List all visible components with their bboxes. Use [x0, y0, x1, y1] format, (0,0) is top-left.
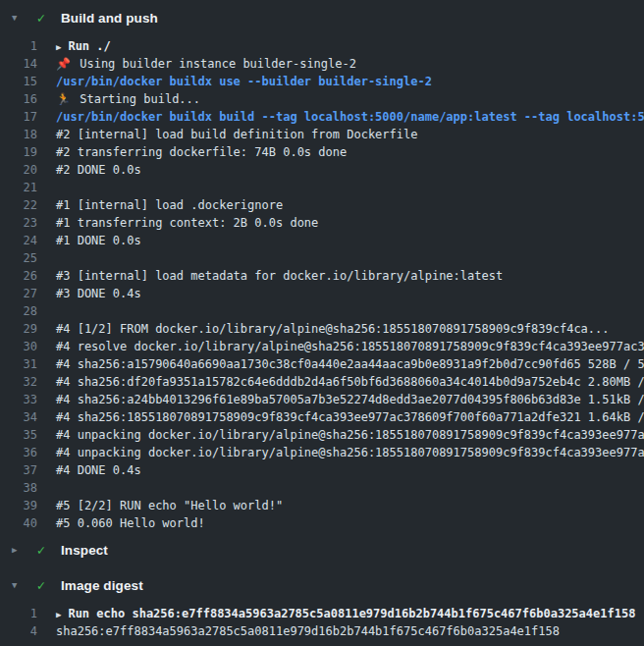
- log-line: 22#1 [internal] load .dockerignore: [0, 196, 644, 214]
- line-number[interactable]: 1: [0, 605, 37, 622]
- line-content: #4 resolve docker.io/library/alpine@sha2…: [56, 338, 644, 355]
- section-header-image-digest[interactable]: ▼ ✓ Image digest: [0, 567, 644, 603]
- log-line: 21: [0, 179, 644, 196]
- line-content: 🏃 Starting build...: [56, 90, 200, 108]
- log-line: 34#4 sha256:185518070891758909c9f839cf4c…: [0, 408, 644, 426]
- line-number[interactable]: 18: [0, 126, 37, 143]
- collapse-icon[interactable]: ▼: [12, 13, 27, 23]
- log-line: 38: [0, 479, 644, 497]
- log-line: 39#5 [2/2] RUN echo "Hello world!": [0, 497, 644, 514]
- line-content: #4 sha256:185518070891758909c9f839cf4ca3…: [56, 408, 644, 426]
- section-image-digest: ▼ ✓ Image digest 1▶Run echo sha256:e7ff8…: [0, 567, 644, 640]
- success-check-icon: ✓: [33, 542, 49, 558]
- log-line: 1▶Run echo sha256:e7ff8834a5963a2785c5a0…: [0, 605, 644, 622]
- line-content: #1 transferring context: 2B 0.0s done: [56, 214, 318, 232]
- line-content: #2 DONE 0.0s: [56, 161, 141, 179]
- line-number[interactable]: 37: [0, 461, 37, 479]
- success-check-icon: ✓: [33, 10, 49, 26]
- line-number[interactable]: 32: [0, 373, 37, 391]
- log-line: 18#2 [internal] load build definition fr…: [0, 126, 644, 143]
- line-number[interactable]: 14: [0, 55, 37, 73]
- section-header-inspect[interactable]: ▶ ✓ Inspect: [0, 532, 644, 567]
- line-number[interactable]: 34: [0, 408, 37, 426]
- line-number[interactable]: 22: [0, 196, 37, 214]
- line-content: ▶Run echo sha256:e7ff8834a5963a2785c5a08…: [56, 605, 635, 622]
- log-line: 26#3 [internal] load metadata for docker…: [0, 267, 644, 285]
- log-line: 37#4 DONE 0.4s: [0, 461, 644, 479]
- expand-group-icon[interactable]: ▶: [56, 606, 61, 622]
- line-content: #4 unpacking docker.io/library/alpine@sh…: [56, 426, 644, 444]
- line-content: 📌 Using builder instance builder-single-…: [56, 55, 356, 73]
- expand-icon[interactable]: ▶: [12, 545, 27, 555]
- line-content: #4 [1/2] FROM docker.io/library/alpine@s…: [56, 320, 610, 338]
- line-number[interactable]: 23: [0, 214, 37, 232]
- line-number[interactable]: 27: [0, 285, 37, 302]
- line-number[interactable]: 38: [0, 479, 37, 497]
- line-number[interactable]: 19: [0, 143, 37, 161]
- log-line: 20#2 DONE 0.0s: [0, 161, 644, 179]
- section-title: Build and push: [61, 11, 158, 26]
- log-line: 19#2 transferring dockerfile: 74B 0.0s d…: [0, 143, 644, 161]
- log-line: 1▶Run ./: [0, 37, 644, 55]
- line-content: /usr/bin/docker buildx use --builder bui…: [56, 73, 432, 90]
- line-content: #4 sha256:df20fa9351a15782c64e6dddb2d4a6…: [56, 373, 644, 391]
- runner-icon: 🏃: [56, 92, 71, 106]
- line-content: #4 sha256:a24bb4013296f61e89ba57005a7b3e…: [56, 391, 644, 408]
- log-line: 31#4 sha256:a15790640a6690aa1730c38cf0a4…: [0, 355, 644, 373]
- section-title: Image digest: [61, 578, 143, 593]
- line-number[interactable]: 17: [0, 108, 37, 126]
- line-number[interactable]: 26: [0, 267, 37, 285]
- line-number[interactable]: 36: [0, 444, 37, 461]
- expand-group-icon[interactable]: ▶: [56, 38, 61, 55]
- line-number[interactable]: 31: [0, 355, 37, 373]
- log-line: 35#4 unpacking docker.io/library/alpine@…: [0, 426, 644, 444]
- log-line: 15/usr/bin/docker buildx use --builder b…: [0, 73, 644, 90]
- line-number[interactable]: 39: [0, 497, 37, 514]
- line-number[interactable]: 4: [0, 622, 37, 640]
- line-number[interactable]: 21: [0, 179, 37, 196]
- workflow-log-viewer: ▼ ✓ Build and push 1▶Run ./14📌 Using bui…: [0, 0, 644, 646]
- log-line: 17/usr/bin/docker buildx build --tag loc…: [0, 108, 644, 126]
- line-content: #1 [internal] load .dockerignore: [56, 196, 283, 214]
- line-content: sha256:e7ff8834a5963a2785c5a0811e979d16b…: [56, 622, 560, 640]
- log-line: 16🏃 Starting build...: [0, 90, 644, 108]
- collapse-icon[interactable]: ▼: [12, 580, 27, 590]
- line-number[interactable]: 30: [0, 338, 37, 355]
- line-number[interactable]: 35: [0, 426, 37, 444]
- line-number[interactable]: 15: [0, 73, 37, 90]
- line-content: #1 DONE 0.0s: [56, 232, 141, 249]
- log-line: 24#1 DONE 0.0s: [0, 232, 644, 249]
- section-header-build-and-push[interactable]: ▼ ✓ Build and push: [0, 0, 644, 35]
- section-title: Inspect: [61, 543, 108, 558]
- log-line: 25: [0, 249, 644, 267]
- log-lines: 1▶Run echo sha256:e7ff8834a5963a2785c5a0…: [0, 603, 644, 640]
- log-line: 32#4 sha256:df20fa9351a15782c64e6dddb2d4…: [0, 373, 644, 391]
- line-content: #2 [internal] load build definition from…: [56, 126, 417, 143]
- line-number[interactable]: 28: [0, 302, 37, 320]
- line-number[interactable]: 1: [0, 37, 37, 55]
- log-line: 36#4 unpacking docker.io/library/alpine@…: [0, 444, 644, 461]
- line-content: #3 DONE 0.4s: [56, 285, 141, 302]
- line-number[interactable]: 29: [0, 320, 37, 338]
- line-number[interactable]: 20: [0, 161, 37, 179]
- line-number[interactable]: 33: [0, 391, 37, 408]
- log-line: 4sha256:e7ff8834a5963a2785c5a0811e979d16…: [0, 622, 644, 640]
- log-lines: 1▶Run ./14📌 Using builder instance build…: [0, 35, 644, 532]
- line-number[interactable]: 25: [0, 249, 37, 267]
- line-content: #3 [internal] load metadata for docker.i…: [56, 267, 503, 285]
- line-content: #4 sha256:a15790640a6690aa1730c38cf0a440…: [56, 355, 644, 373]
- log-line: 27#3 DONE 0.4s: [0, 285, 644, 302]
- line-content: /usr/bin/docker buildx build --tag local…: [56, 108, 644, 126]
- section-inspect: ▶ ✓ Inspect: [0, 532, 644, 567]
- log-line: 33#4 sha256:a24bb4013296f61e89ba57005a7b…: [0, 391, 644, 408]
- log-line: 29#4 [1/2] FROM docker.io/library/alpine…: [0, 320, 644, 338]
- log-line: 40#5 0.060 Hello world!: [0, 514, 644, 532]
- log-line: 30#4 resolve docker.io/library/alpine@sh…: [0, 338, 644, 355]
- line-content: #5 [2/2] RUN echo "Hello world!": [56, 497, 283, 514]
- line-content: #2 transferring dockerfile: 74B 0.0s don…: [56, 143, 347, 161]
- log-line: 28: [0, 302, 644, 320]
- line-number[interactable]: 16: [0, 90, 37, 108]
- line-number[interactable]: 40: [0, 514, 37, 532]
- line-number[interactable]: 24: [0, 232, 37, 249]
- line-content: #4 unpacking docker.io/library/alpine@sh…: [56, 444, 644, 461]
